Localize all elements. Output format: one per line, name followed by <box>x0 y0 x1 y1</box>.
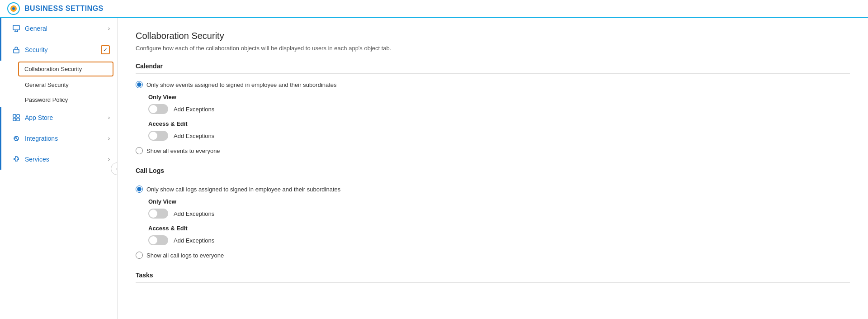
sidebar-subitem-collaboration-security-label: Collaboration Security <box>24 66 82 72</box>
tasks-section-title: Tasks <box>136 271 850 283</box>
sidebar-subitem-general-security[interactable]: General Security <box>0 77 117 92</box>
sidebar-subitem-collaboration-security[interactable]: Collaboration Security <box>18 62 113 76</box>
calendar-only-view-toggle-row: Add Exceptions <box>148 104 850 114</box>
app-logo <box>7 2 20 15</box>
calendar-only-view-toggle-label: Add Exceptions <box>174 106 214 113</box>
sidebar-item-general[interactable]: General › <box>0 18 117 39</box>
sidebar-item-services[interactable]: Services › <box>0 149 117 170</box>
calllogs-radio-row-2[interactable]: Show all call logs to everyone <box>136 252 850 259</box>
calllogs-only-view: Only View Add Exceptions <box>148 198 850 219</box>
sidebar-item-security[interactable]: Security ✓ <box>0 39 117 61</box>
calllogs-access-edit: Access & Edit Add Exceptions <box>148 225 850 245</box>
calllogs-access-edit-label: Access & Edit <box>148 225 850 232</box>
calllogs-only-view-toggle[interactable] <box>148 209 168 219</box>
svg-rect-9 <box>17 114 19 117</box>
sidebar-item-services-label: Services <box>25 156 49 163</box>
page-title: Collaboration Security <box>136 31 850 41</box>
sidebar-item-app-store-label: App Store <box>25 114 53 121</box>
sidebar-item-general-label: General <box>25 25 47 32</box>
calllogs-radio-2-label: Show all call logs to everyone <box>146 252 224 259</box>
calllogs-section-title: Call Logs <box>136 167 850 178</box>
main-content: Collaboration Security Configure how eac… <box>118 18 868 319</box>
sidebar-subitem-general-security-label: General Security <box>25 81 69 88</box>
sidebar-item-app-store[interactable]: App Store › <box>0 107 117 128</box>
sidebar-subitem-password-policy[interactable]: Password Policy <box>0 92 117 107</box>
calendar-only-view: Only View Add Exceptions <box>148 94 850 114</box>
svg-rect-3 <box>13 25 19 30</box>
calendar-radio-1-label: Only show events assigned to signed in e… <box>146 81 337 88</box>
calendar-radio-1[interactable] <box>136 81 143 88</box>
plug-icon <box>12 134 20 143</box>
calllogs-only-view-toggle-label: Add Exceptions <box>174 210 214 217</box>
layout: General › Security ✓ Collaboration Secur… <box>0 18 868 319</box>
calendar-section-title: Calendar <box>136 62 850 74</box>
monitor-icon <box>12 24 20 33</box>
calllogs-only-view-label: Only View <box>148 198 850 205</box>
calllogs-access-edit-toggle[interactable] <box>148 235 168 245</box>
chevron-right-icon-appstore: › <box>108 114 110 121</box>
svg-rect-10 <box>13 118 16 121</box>
puzzle-icon <box>12 155 20 163</box>
page-description: Configure how each of the collaboration … <box>136 45 850 52</box>
calllogs-access-edit-toggle-row: Add Exceptions <box>148 235 850 245</box>
chevron-right-icon-services: › <box>108 156 110 162</box>
calendar-radio-row-2[interactable]: Show all events to everyone <box>136 147 850 154</box>
calendar-access-edit-toggle-row: Add Exceptions <box>148 131 850 141</box>
calllogs-radio-1-label: Only show call logs assigned to signed i… <box>146 186 340 193</box>
lock-icon <box>12 46 20 54</box>
calendar-radio-2-label: Show all events to everyone <box>146 148 220 154</box>
chevron-right-icon-integrations: › <box>108 135 110 142</box>
calllogs-radio-row-1[interactable]: Only show call logs assigned to signed i… <box>136 186 850 193</box>
svg-point-2 <box>12 7 15 10</box>
sidebar-item-security-label: Security <box>25 46 48 53</box>
chevron-right-icon: › <box>108 25 110 32</box>
calendar-only-view-toggle[interactable] <box>148 104 168 114</box>
sidebar-item-integrations-label: Integrations <box>25 135 58 142</box>
security-expand-icon[interactable]: ✓ <box>101 45 110 54</box>
calllogs-section: Call Logs Only show call logs assigned t… <box>136 167 850 259</box>
calendar-section: Calendar Only show events assigned to si… <box>136 62 850 154</box>
sidebar-collapse-button[interactable]: ‹ <box>111 162 118 175</box>
calendar-access-edit: Access & Edit Add Exceptions <box>148 120 850 141</box>
calendar-access-edit-toggle-label: Add Exceptions <box>174 133 214 139</box>
calendar-radio-2[interactable] <box>136 147 143 154</box>
svg-rect-8 <box>13 114 16 117</box>
calendar-radio-row-1[interactable]: Only show events assigned to signed in e… <box>136 81 850 88</box>
sidebar-item-integrations[interactable]: Integrations › <box>0 128 117 149</box>
app-title: BUSINESS SETTINGS <box>24 5 104 13</box>
grid-icon <box>12 114 20 122</box>
tasks-section: Tasks <box>136 271 850 283</box>
calendar-access-edit-toggle[interactable] <box>148 131 168 141</box>
sidebar-subitem-password-policy-label: Password Policy <box>25 96 68 103</box>
topbar: BUSINESS SETTINGS <box>0 0 868 18</box>
svg-rect-7 <box>14 49 19 53</box>
calllogs-radio-2[interactable] <box>136 252 143 259</box>
calllogs-radio-1[interactable] <box>136 186 143 193</box>
sidebar: General › Security ✓ Collaboration Secur… <box>0 18 118 319</box>
svg-rect-11 <box>17 118 19 121</box>
calendar-access-edit-label: Access & Edit <box>148 120 850 127</box>
calendar-only-view-label: Only View <box>148 94 850 100</box>
calllogs-access-edit-toggle-label: Add Exceptions <box>174 237 214 244</box>
calllogs-only-view-toggle-row: Add Exceptions <box>148 209 850 219</box>
